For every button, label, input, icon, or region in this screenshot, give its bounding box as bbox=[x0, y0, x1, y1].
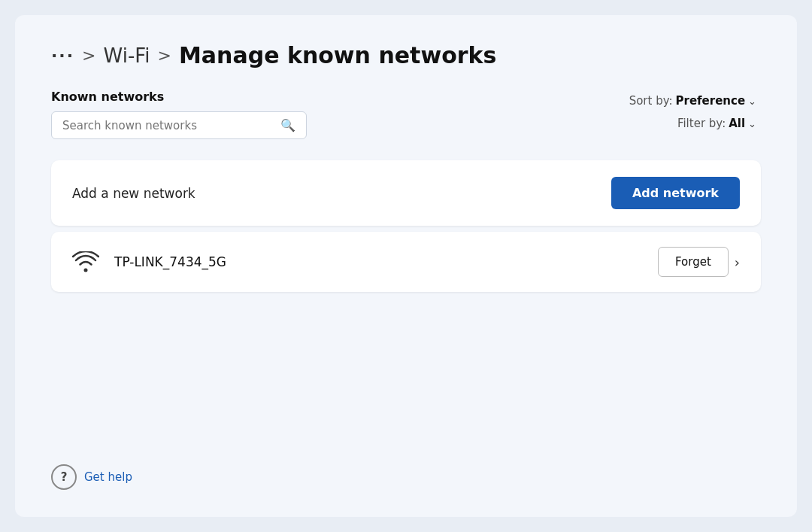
add-network-label: Add a new network bbox=[72, 186, 195, 201]
known-networks-label: Known networks bbox=[51, 90, 307, 104]
filter-by-button[interactable]: Filter by: All ⌄ bbox=[673, 115, 761, 132]
top-row: Known networks 🔍 Sort by: Preference ⌄ F… bbox=[51, 90, 761, 139]
add-network-card: Add a new network Add network bbox=[51, 160, 761, 226]
wifi-icon bbox=[72, 251, 99, 272]
right-section: Sort by: Preference ⌄ Filter by: All ⌄ bbox=[625, 90, 761, 132]
main-window: ··· > Wi-Fi > Manage known networks Know… bbox=[15, 15, 797, 517]
page-title: Manage known networks bbox=[179, 42, 496, 68]
network-name: TP-LINK_7434_5G bbox=[114, 254, 226, 269]
breadcrumb-wifi[interactable]: Wi-Fi bbox=[104, 44, 150, 67]
filter-label: Filter by: bbox=[677, 117, 726, 130]
network-right: Forget › bbox=[658, 247, 740, 277]
footer: Get help bbox=[51, 446, 761, 490]
filter-value: All bbox=[729, 117, 745, 130]
cards-area: Add a new network Add network TP-LINK_74… bbox=[51, 160, 761, 292]
breadcrumb: ··· > Wi-Fi > Manage known networks bbox=[51, 42, 761, 68]
help-icon bbox=[51, 464, 77, 490]
sort-by-button[interactable]: Sort by: Preference ⌄ bbox=[625, 93, 761, 109]
sort-value: Preference bbox=[676, 94, 746, 108]
get-help-link[interactable]: Get help bbox=[84, 470, 132, 484]
filter-chevron-icon: ⌄ bbox=[748, 118, 756, 129]
main-content: Known networks 🔍 Sort by: Preference ⌄ F… bbox=[51, 90, 761, 490]
breadcrumb-sep2: > bbox=[158, 46, 171, 65]
breadcrumb-sep1: > bbox=[82, 46, 95, 65]
network-left: TP-LINK_7434_5G bbox=[72, 251, 226, 272]
add-network-button[interactable]: Add network bbox=[611, 177, 740, 209]
network-item-card: TP-LINK_7434_5G Forget › bbox=[51, 232, 761, 292]
forget-button[interactable]: Forget bbox=[658, 247, 729, 277]
search-icon: 🔍 bbox=[280, 118, 295, 132]
breadcrumb-dots: ··· bbox=[51, 46, 74, 65]
sort-chevron-icon: ⌄ bbox=[748, 96, 756, 107]
search-box[interactable]: 🔍 bbox=[51, 111, 307, 139]
left-section: Known networks 🔍 bbox=[51, 90, 307, 139]
network-details-chevron-icon[interactable]: › bbox=[735, 254, 740, 270]
sort-label: Sort by: bbox=[629, 94, 673, 108]
search-input[interactable] bbox=[62, 119, 273, 132]
